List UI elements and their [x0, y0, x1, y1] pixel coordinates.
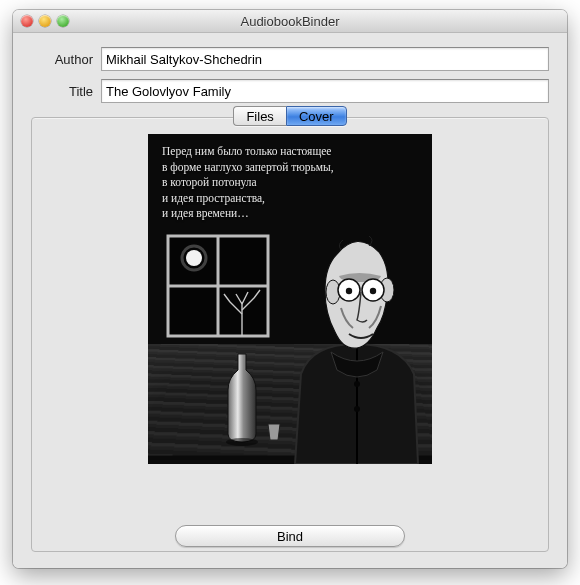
man-illustration — [291, 234, 426, 464]
tab-segmented-control: Files Cover — [233, 106, 346, 126]
titlebar: AudiobookBinder — [13, 10, 567, 33]
tab-panel: Files Cover Перед ним было только настоя… — [31, 117, 549, 552]
zoom-icon[interactable] — [57, 15, 69, 27]
svg-point-7 — [354, 406, 360, 412]
window-title: AudiobookBinder — [13, 14, 567, 29]
cover-image: Перед ним было только настоящее в форме … — [148, 134, 432, 464]
minimize-icon[interactable] — [39, 15, 51, 27]
title-input[interactable] — [101, 79, 549, 103]
cover-epigraph: Перед ним было только настоящее в форме … — [162, 144, 334, 222]
app-window: AudiobookBinder Author Title Files Cover… — [13, 10, 567, 568]
window-illustration — [164, 232, 284, 352]
title-row: Title — [31, 79, 549, 103]
window-controls — [21, 15, 69, 27]
author-label: Author — [31, 52, 93, 67]
tab-files[interactable]: Files — [233, 106, 285, 126]
bind-button[interactable]: Bind — [175, 525, 405, 547]
tab-cover[interactable]: Cover — [286, 106, 347, 126]
svg-point-13 — [370, 288, 376, 294]
svg-point-12 — [346, 288, 352, 294]
title-label: Title — [31, 84, 93, 99]
author-row: Author — [31, 47, 549, 71]
content-area: Author Title Files Cover Перед ним было … — [13, 33, 567, 568]
bind-row: Bind — [175, 515, 405, 551]
close-icon[interactable] — [21, 15, 33, 27]
bottle-illustration — [222, 352, 262, 447]
svg-point-3 — [186, 250, 202, 266]
svg-point-5 — [226, 438, 258, 446]
cover-area[interactable]: Перед ним было только настоящее в форме … — [32, 134, 548, 515]
glass-illustration — [266, 422, 282, 444]
svg-point-6 — [354, 381, 360, 387]
author-input[interactable] — [101, 47, 549, 71]
